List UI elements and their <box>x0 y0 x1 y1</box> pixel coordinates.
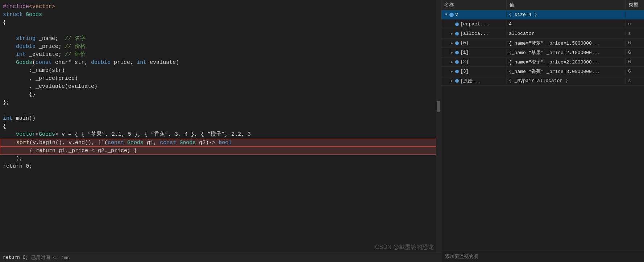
debug-header: 名称 值 类型 <box>441 0 644 10</box>
expand-arrow-1[interactable]: ▶ <box>449 50 454 55</box>
debug-col-value-header: 值 <box>507 0 626 10</box>
line-content-9: :_name(str) <box>0 67 65 75</box>
line-content-1: #include<vector> <box>0 3 55 11</box>
line-content-5: string _name; // 名字 <box>0 35 86 43</box>
row-name-text-alloca: [alloca... <box>460 31 489 36</box>
code-line-14 <box>0 107 441 115</box>
row-name-text-yuanshi: [原始... <box>460 78 481 84</box>
debug-add-watch[interactable]: 添加要监视的项 <box>441 251 644 262</box>
row-dot-2 <box>455 60 459 64</box>
debug-row-type-v <box>626 14 644 16</box>
code-line-20: ); <box>0 155 441 163</box>
status-text: return 0; <box>3 255 31 260</box>
line-content-12: {} <box>0 91 36 99</box>
debug-row-name-1: ▶[1] <box>441 49 507 56</box>
line-content-16: { <box>0 123 6 131</box>
debug-row-value-alloca: allocator <box>507 30 626 37</box>
code-line-21: return 0; <box>0 163 441 171</box>
code-line-18: sort(v.begin(), v.end(), [](const Goods … <box>0 139 441 147</box>
debug-col-name-header: 名称 <box>441 0 507 10</box>
row-name-text-2: [2] <box>460 59 469 65</box>
line-content-8: Goods(const char* str, double price, int… <box>0 59 179 67</box>
line-content-19: { return g1._price < g2._price; } <box>0 147 137 155</box>
status-bar: return 0; 已用时间 <= 1ms <box>0 253 441 262</box>
line-content-15: int main() <box>0 115 36 123</box>
line-content-14 <box>0 107 6 115</box>
debug-row-name-2: ▶[2] <box>441 58 507 65</box>
debug-row-type-capaci: u <box>626 21 644 28</box>
line-content-6: double _price; // 价格 <box>0 43 86 51</box>
line-content-21: return 0; <box>0 163 32 171</box>
code-line-16: { <box>0 123 441 131</box>
debug-row-value-1: {_name="苹果" _price=2.1000000... <box>507 49 626 57</box>
code-line-6: double _price; // 价格 <box>0 43 441 51</box>
debug-row-name-0: ▶[0] <box>441 40 507 46</box>
debug-row-name-3: ▶[3] <box>441 68 507 75</box>
debug-row-value-yuanshi: { _Mypair=allocator } <box>507 77 626 84</box>
debug-row-name-yuanshi: ▶[原始... <box>441 77 507 85</box>
expand-arrow-2[interactable]: ▶ <box>449 60 454 65</box>
debug-row-0[interactable]: ▶[0]{_name="菠萝" _price=1.5000000...G <box>441 38 644 48</box>
debug-row-3[interactable]: ▶[3]{_name="香蕉" _price=3.0000000...G <box>441 67 644 76</box>
expand-arrow-0[interactable]: ▶ <box>449 41 454 46</box>
code-line-3: { <box>0 19 441 27</box>
code-line-4 <box>0 27 441 35</box>
code-line-13: }; <box>0 99 441 107</box>
debug-rows[interactable]: ▼v{ size=4 }[capaci...4u▶[alloca...alloc… <box>441 10 644 251</box>
code-line-17: vector<Goods> v = { { “苹果”, 2.1, 5 }, { … <box>0 131 441 139</box>
debug-row-type-1: G <box>626 49 644 56</box>
debug-row-yuanshi[interactable]: ▶[原始...{ _Mypair=allocator }s <box>441 76 644 86</box>
line-content-4 <box>0 27 6 35</box>
debug-row-type-0: G <box>626 40 644 46</box>
debug-row-type-alloca: s <box>626 30 644 37</box>
line-content-3: { <box>0 19 6 27</box>
code-line-12: {} <box>0 91 441 99</box>
editor-panel: #include<vector>struct Goods{ string _na… <box>0 0 441 262</box>
debug-row-alloca[interactable]: ▶[alloca...allocators <box>441 29 644 38</box>
expand-arrow-v[interactable]: ▼ <box>444 12 449 17</box>
row-name-text-1: [1] <box>460 50 469 55</box>
line-content-20: ); <box>0 155 22 163</box>
row-dot-1 <box>455 51 459 54</box>
line-content-10: , _price(price) <box>0 75 78 83</box>
code-line-11: , _evaluate(evaluate) <box>0 83 441 91</box>
row-name-text-3: [3] <box>460 69 469 74</box>
debug-panel: 名称 值 类型 ▼v{ size=4 }[capaci...4u▶[alloca… <box>441 0 644 262</box>
line-content-2: struct Goods <box>0 11 42 19</box>
debug-row-name-v: ▼v <box>441 11 507 18</box>
debug-row-2[interactable]: ▶[2]{_name="橙子" _price=2.2000000...G <box>441 57 644 67</box>
line-content-11: , _evaluate(evaluate) <box>0 83 97 91</box>
code-line-2: struct Goods <box>0 11 441 19</box>
expand-arrow-3[interactable]: ▶ <box>449 69 454 74</box>
row-dot-3 <box>455 70 459 73</box>
row-dot-capaci <box>455 22 459 26</box>
editor-scrollbar[interactable] <box>436 0 441 253</box>
row-dot-v <box>449 13 454 17</box>
expand-arrow-alloca[interactable]: ▶ <box>449 31 454 36</box>
status-comment: 已用时间 <= 1ms <box>31 254 70 261</box>
line-content-7: int _evaluate; // 评价 <box>0 51 86 59</box>
line-content-18: sort(v.begin(), v.end(), [](const Goods … <box>0 139 232 147</box>
debug-row-value-capaci: 4 <box>507 21 626 28</box>
debug-row-type-yuanshi: s <box>626 77 644 84</box>
row-dot-yuanshi <box>455 79 459 83</box>
debug-row-name-alloca: ▶[alloca... <box>441 30 507 37</box>
row-name-text-v: v <box>455 12 458 17</box>
line-content-13: }; <box>0 99 9 107</box>
debug-row-name-capaci: [capaci... <box>441 21 507 28</box>
row-name-text-capaci: [capaci... <box>460 21 489 27</box>
expand-arrow-yuanshi[interactable]: ▶ <box>449 78 454 83</box>
row-dot-alloca <box>455 32 459 36</box>
debug-row-value-3: {_name="香蕉" _price=3.0000000... <box>507 67 626 75</box>
debug-row-value-0: {_name="菠萝" _price=1.5000000... <box>507 39 626 47</box>
code-area[interactable]: #include<vector>struct Goods{ string _na… <box>0 0 441 253</box>
debug-row-v[interactable]: ▼v{ size=4 } <box>441 10 644 20</box>
debug-row-value-v: { size=4 } <box>507 11 626 18</box>
code-line-10: , _price(price) <box>0 75 441 83</box>
code-line-7: int _evaluate; // 评价 <box>0 51 441 59</box>
code-line-5: string _name; // 名字 <box>0 35 441 43</box>
code-line-1: #include<vector> <box>0 3 441 11</box>
code-line-9: :_name(str) <box>0 67 441 75</box>
debug-row-1[interactable]: ▶[1]{_name="苹果" _price=2.1000000...G <box>441 48 644 57</box>
debug-row-capaci[interactable]: [capaci...4u <box>441 20 644 29</box>
